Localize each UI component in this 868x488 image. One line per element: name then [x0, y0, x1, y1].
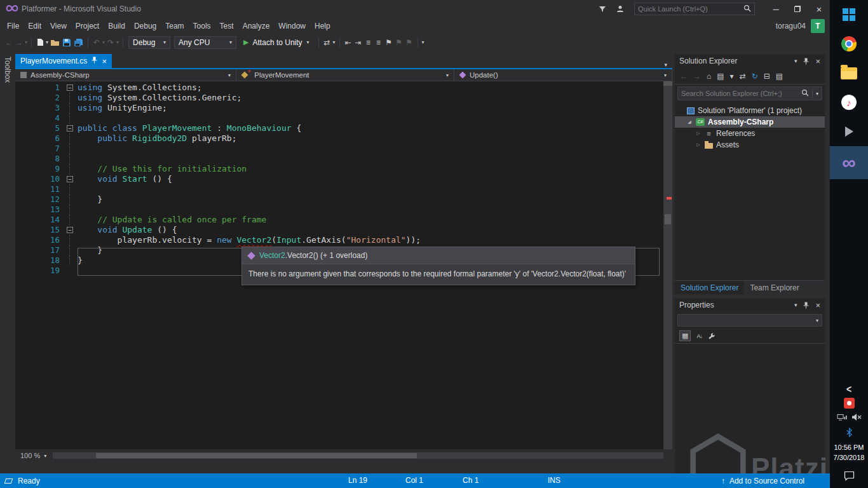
close-panel-icon[interactable]: × — [815, 301, 820, 310]
back-icon[interactable]: ← — [680, 72, 688, 81]
tree-item-solution-platformer-1-project-[interactable]: Solution 'Platformer' (1 project) — [675, 105, 825, 116]
quick-launch-input[interactable] — [638, 5, 743, 13]
code-line-16[interactable]: 16 playerRb.velocity = new Vector2(Input… — [15, 235, 663, 245]
project-dropdown[interactable]: Assembly-CSharp ▾ — [15, 69, 236, 81]
scrollbar-thumb[interactable] — [665, 214, 671, 224]
alphabetical-sort-icon[interactable]: A↓ — [696, 333, 702, 339]
tab-solution-explorer[interactable]: Solution Explorer — [675, 281, 744, 294]
object-name-dropdown[interactable]: ▾ — [677, 314, 822, 327]
taskbar-file-explorer-icon[interactable] — [830, 58, 868, 88]
configuration-dropdown[interactable]: Debug ▾ — [128, 36, 170, 49]
taskbar-chrome-icon[interactable] — [830, 29, 868, 58]
tree-item-assets[interactable]: ▷Assets — [675, 139, 825, 151]
sync-with-active-document-icon[interactable]: ⇄ — [740, 72, 746, 81]
toolbox-tab[interactable]: Toolbox — [0, 54, 15, 473]
code-line-3[interactable]: 3using UnityEngine; — [15, 103, 663, 113]
menu-item-edit[interactable]: Edit — [24, 19, 46, 33]
toggle-bookmark-icon[interactable]: ⚑ — [384, 36, 394, 49]
menu-item-tools[interactable]: Tools — [189, 19, 215, 33]
code-line-9[interactable]: 9 // Use this for initialization — [15, 164, 663, 174]
solution-search-input[interactable] — [681, 90, 798, 97]
code-line-11[interactable]: 11 — [15, 184, 663, 194]
vertical-scrollbar[interactable] — [663, 81, 672, 449]
quick-launch-box[interactable] — [634, 3, 755, 15]
menu-item-help[interactable]: Help — [310, 19, 335, 33]
split-editor-handle[interactable] — [663, 81, 672, 86]
collapsed-expander-icon[interactable]: ▷ — [695, 142, 702, 147]
tree-item-assembly-csharp[interactable]: ◢C#Assembly-CSharp — [675, 116, 825, 128]
fold-collapse-icon[interactable]: − — [60, 174, 75, 184]
fold-collapse-icon[interactable]: − — [60, 225, 75, 235]
redo-dropdown-icon[interactable]: ▾ — [116, 39, 119, 45]
code-line-5[interactable]: 5−public class PlayerMovement : MonoBeha… — [15, 123, 663, 133]
save-all-icon[interactable] — [72, 36, 85, 49]
categorized-view-icon[interactable]: ▦ — [679, 330, 691, 341]
collapse-all-icon[interactable]: ⊟ — [764, 72, 770, 81]
fold-collapse-icon[interactable]: − — [60, 123, 75, 133]
show-all-files-icon[interactable]: ▤ — [776, 72, 783, 81]
minimize-button[interactable]: ─ — [765, 0, 787, 18]
menu-item-file[interactable]: File — [3, 19, 24, 33]
undo-icon[interactable]: ↶ — [92, 36, 102, 49]
add-to-source-control-button[interactable]: ↑ Add to Source Control — [721, 473, 804, 488]
platform-dropdown[interactable]: Any CPU ▾ — [174, 36, 236, 49]
bluetooth-button[interactable] — [846, 425, 853, 440]
forward-icon[interactable]: → — [693, 72, 701, 81]
menu-item-build[interactable]: Build — [104, 19, 130, 33]
code-line-7[interactable]: 7 — [15, 144, 663, 154]
document-list-dropdown-icon[interactable]: ▾ — [664, 62, 667, 68]
code-line-12[interactable]: 12 } — [15, 194, 663, 205]
tab-playermovement[interactable]: PlayerMovement.cs × — [15, 54, 112, 68]
previous-bookmark-icon[interactable]: ⚑ — [394, 36, 404, 49]
pin-icon[interactable] — [803, 302, 809, 309]
code-line-14[interactable]: 14 // Update is called once per frame — [15, 215, 663, 225]
property-pages-icon[interactable] — [708, 332, 715, 340]
sync-dropdown-icon[interactable]: ▾ — [332, 39, 336, 45]
type-dropdown[interactable]: * PlayerMovement ▾ — [236, 69, 454, 81]
pin-icon[interactable] — [92, 57, 97, 65]
code-line-8[interactable]: 8 — [15, 154, 663, 164]
save-icon[interactable] — [61, 36, 72, 49]
taskbar-clock[interactable]: 10:56 PM 7/30/2018 — [834, 440, 865, 466]
window-position-icon[interactable]: ▾ — [794, 58, 797, 64]
pin-icon[interactable] — [803, 58, 809, 65]
collapsed-expander-icon[interactable]: ▷ — [695, 131, 702, 136]
network-icon[interactable] — [837, 412, 847, 424]
menu-item-debug[interactable]: Debug — [130, 19, 161, 33]
refresh-icon[interactable]: ↻ — [752, 72, 758, 81]
solution-search-box[interactable]: ▾ — [677, 86, 822, 100]
notifications-icon[interactable] — [599, 5, 606, 13]
menu-item-team[interactable]: Team — [161, 19, 188, 33]
horizontal-scrollbar[interactable] — [53, 452, 663, 459]
signed-in-user[interactable]: toragu04 — [776, 22, 806, 30]
code-line-15[interactable]: 15− void Update () { — [15, 225, 663, 235]
scrollbar-thumb[interactable] — [96, 453, 417, 458]
window-position-icon[interactable]: ▾ — [794, 302, 797, 308]
attach-to-unity-button[interactable]: ▶ Attach to Unity ▾ — [238, 36, 315, 50]
avatar[interactable]: T — [811, 19, 825, 33]
code-line-4[interactable]: 4 — [15, 113, 663, 123]
zoom-control[interactable]: 100 % ▾ — [20, 452, 46, 459]
menu-item-view[interactable]: View — [46, 19, 71, 33]
taskbar-visual-studio-icon[interactable]: ∞ — [830, 146, 868, 179]
start-button[interactable] — [830, 0, 868, 29]
volume-muted-icon[interactable] — [851, 412, 862, 424]
close-button[interactable]: × — [808, 0, 830, 18]
code-line-10[interactable]: 10− void Start () { — [15, 174, 663, 184]
comment-lines-icon[interactable]: ≡ — [363, 36, 374, 49]
attach-dropdown-icon[interactable]: ▾ — [306, 39, 310, 45]
menu-item-project[interactable]: Project — [71, 19, 104, 33]
menu-item-test[interactable]: Test — [215, 19, 238, 33]
redo-icon[interactable]: ↷ — [105, 36, 116, 49]
tab-team-explorer[interactable]: Team Explorer — [744, 281, 804, 294]
tray-app-icon[interactable] — [844, 396, 855, 410]
action-center-button[interactable] — [844, 466, 855, 485]
code-line-2[interactable]: 2using System.Collections.Generic; — [15, 93, 663, 103]
next-bookmark-icon[interactable]: ⚑ — [404, 36, 414, 49]
search-options-icon[interactable]: ▾ — [816, 91, 818, 97]
feedback-icon[interactable] — [616, 5, 624, 13]
close-tab-icon[interactable]: × — [102, 57, 107, 65]
fold-collapse-icon[interactable]: − — [60, 83, 75, 93]
error-marker[interactable] — [667, 197, 672, 200]
new-file-icon[interactable] — [35, 36, 45, 49]
